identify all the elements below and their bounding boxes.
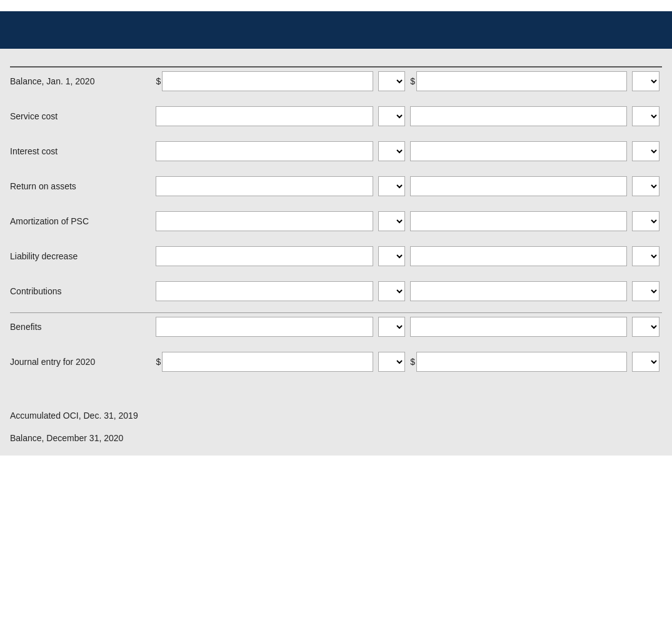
expense-dropdown-1[interactable] — [378, 106, 406, 126]
accumulated-oci-label: Accumulated OCI, Dec. 31, 2019 — [10, 404, 662, 427]
row-label-0: Balance, Jan. 1, 2020 — [10, 67, 153, 95]
expense-input-8[interactable] — [162, 352, 373, 372]
expense-input-cell-3 — [153, 172, 375, 200]
cash-input-0[interactable] — [416, 71, 627, 91]
cash-input-cell-1 — [408, 102, 629, 130]
row-label-2: Interest cost — [10, 137, 153, 165]
cash-input-6[interactable] — [410, 281, 627, 301]
expense-dropdown-cell-8 — [376, 348, 408, 376]
row-label-3: Return on assets — [10, 172, 153, 200]
expense-dropdown-7[interactable] — [378, 317, 406, 337]
expense-input-5[interactable] — [156, 246, 373, 266]
expense-dropdown-3[interactable] — [378, 176, 406, 196]
expense-dropdown-cell-7 — [376, 313, 408, 341]
expense-dropdown-6[interactable] — [378, 281, 406, 301]
expense-dropdown-cell-0 — [376, 67, 408, 95]
cash-dropdown-3[interactable] — [632, 176, 659, 196]
cash-input-8[interactable] — [416, 352, 627, 372]
col-header-items — [10, 61, 153, 67]
expense-dropdown-cell-5 — [376, 242, 408, 270]
cash-dropdown-7[interactable] — [632, 317, 659, 337]
expense-input-1[interactable] — [156, 106, 373, 126]
expense-dropdown-cell-3 — [376, 172, 408, 200]
expense-input-7[interactable] — [156, 317, 373, 337]
expense-dropdown-cell-4 — [376, 207, 408, 235]
expense-dropdown-8[interactable] — [378, 352, 406, 372]
cash-dropdown-0[interactable] — [632, 71, 659, 91]
expense-dropdown-5[interactable] — [378, 246, 406, 266]
col-header-expense — [153, 61, 408, 67]
dark-header-bar — [0, 11, 672, 49]
expense-input-cell-6 — [153, 277, 375, 305]
cash-input-cell-0: $ — [408, 67, 629, 95]
expense-input-cell-7 — [153, 313, 375, 341]
cash-input-4[interactable] — [410, 211, 627, 231]
cash-dropdown-5[interactable] — [632, 246, 659, 266]
expense-dropdown-2[interactable] — [378, 141, 406, 161]
expense-input-2[interactable] — [156, 141, 373, 161]
cash-dropdown-cell-3 — [629, 172, 662, 200]
cash-dropdown-cell-0 — [629, 67, 662, 95]
expense-dropdown-cell-6 — [376, 277, 408, 305]
cash-input-cell-8: $ — [408, 348, 629, 376]
row-label-5: Liability decrease — [10, 242, 153, 270]
cash-input-cell-3 — [408, 172, 629, 200]
expense-input-cell-1 — [153, 102, 375, 130]
expense-dropdown-4[interactable] — [378, 211, 406, 231]
expense-dropdown-0[interactable] — [378, 71, 406, 91]
cash-input-5[interactable] — [410, 246, 627, 266]
expense-input-cell-0: $ — [153, 67, 375, 95]
expense-input-cell-5 — [153, 242, 375, 270]
row-label-6: Contributions — [10, 277, 153, 305]
cash-dropdown-cell-6 — [629, 277, 662, 305]
cash-input-cell-4 — [408, 207, 629, 235]
expense-input-4[interactable] — [156, 211, 373, 231]
row-label-7: Benefits — [10, 313, 153, 341]
cash-dropdown-6[interactable] — [632, 281, 659, 301]
cash-input-3[interactable] — [410, 176, 627, 196]
cash-dropdown-cell-7 — [629, 313, 662, 341]
table-wrapper: Balance, Jan. 1, 2020$$Service costInter… — [0, 49, 672, 402]
expense-input-cell-2 — [153, 137, 375, 165]
cash-input-2[interactable] — [410, 141, 627, 161]
cash-dropdown-2[interactable] — [632, 141, 659, 161]
expense-dropdown-cell-2 — [376, 137, 408, 165]
cash-input-cell-2 — [408, 137, 629, 165]
bottom-labels: Accumulated OCI, Dec. 31, 2019 Balance, … — [0, 402, 672, 456]
cash-dropdown-8[interactable] — [632, 352, 659, 372]
row-label-4: Amortization of PSC — [10, 207, 153, 235]
cash-dropdown-cell-1 — [629, 102, 662, 130]
row-label-1: Service cost — [10, 102, 153, 130]
expense-dropdown-cell-1 — [376, 102, 408, 130]
instruction-block — [0, 0, 672, 11]
cash-input-cell-7 — [408, 313, 629, 341]
cash-dropdown-cell-2 — [629, 137, 662, 165]
cash-dropdown-cell-5 — [629, 242, 662, 270]
expense-input-3[interactable] — [156, 176, 373, 196]
col-header-cash — [408, 61, 662, 67]
balance-dec31-label: Balance, December 31, 2020 — [10, 427, 662, 449]
expense-input-cell-4 — [153, 207, 375, 235]
pension-worksheet-table: Balance, Jan. 1, 2020$$Service costInter… — [10, 61, 662, 383]
expense-input-0[interactable] — [162, 71, 373, 91]
cash-dropdown-cell-8 — [629, 348, 662, 376]
cash-input-cell-5 — [408, 242, 629, 270]
cash-dropdown-1[interactable] — [632, 106, 659, 126]
row-label-8: Journal entry for 2020 — [10, 348, 153, 376]
cash-dropdown-4[interactable] — [632, 211, 659, 231]
expense-input-6[interactable] — [156, 281, 373, 301]
cash-input-cell-6 — [408, 277, 629, 305]
cash-dropdown-cell-4 — [629, 207, 662, 235]
expense-input-cell-8: $ — [153, 348, 375, 376]
cash-input-1[interactable] — [410, 106, 627, 126]
cash-input-7[interactable] — [410, 317, 627, 337]
